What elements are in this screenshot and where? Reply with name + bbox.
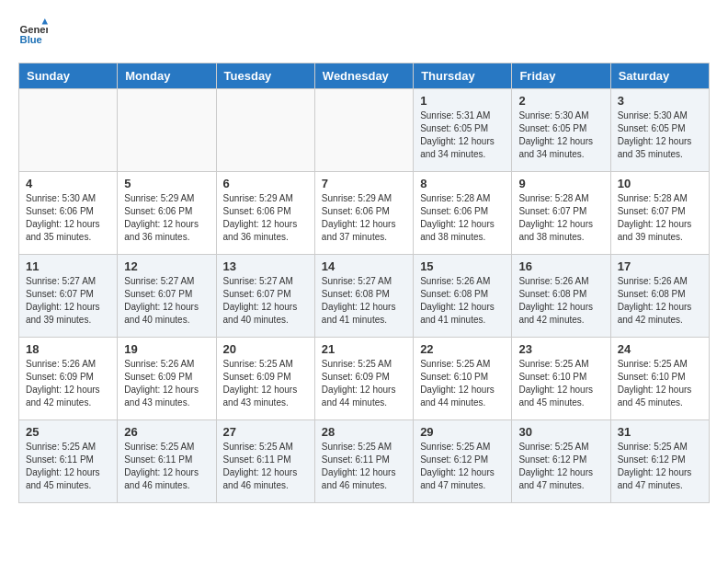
day-number: 25	[26, 425, 110, 439]
calendar-cell: 27Sunrise: 5:25 AM Sunset: 6:11 PM Dayli…	[216, 420, 314, 503]
day-number: 26	[124, 425, 209, 439]
cell-content: Sunrise: 5:25 AM Sunset: 6:10 PM Dayligh…	[420, 358, 505, 409]
day-header-tuesday: Tuesday	[216, 63, 314, 89]
day-number: 13	[223, 259, 308, 273]
cell-content: Sunrise: 5:28 AM Sunset: 6:07 PM Dayligh…	[618, 192, 702, 244]
cell-content: Sunrise: 5:28 AM Sunset: 6:06 PM Dayligh…	[420, 192, 505, 244]
calendar-cell: 25Sunrise: 5:25 AM Sunset: 6:11 PM Dayli…	[19, 420, 118, 503]
day-number: 6	[223, 177, 308, 190]
calendar-cell: 9Sunrise: 5:28 AM Sunset: 6:07 PM Daylig…	[512, 172, 610, 255]
day-number: 21	[322, 342, 406, 356]
day-number: 10	[618, 177, 702, 190]
day-number: 28	[322, 425, 406, 439]
calendar-cell: 13Sunrise: 5:27 AM Sunset: 6:07 PM Dayli…	[216, 255, 314, 338]
cell-content: Sunrise: 5:25 AM Sunset: 6:09 PM Dayligh…	[322, 358, 406, 409]
day-number: 24	[618, 342, 702, 356]
cell-content: Sunrise: 5:26 AM Sunset: 6:08 PM Dayligh…	[618, 275, 702, 327]
calendar-cell: 30Sunrise: 5:25 AM Sunset: 6:12 PM Dayli…	[512, 420, 610, 503]
day-header-saturday: Saturday	[610, 63, 709, 89]
day-number: 3	[618, 94, 702, 108]
day-number: 12	[124, 259, 209, 273]
cell-content: Sunrise: 5:25 AM Sunset: 6:10 PM Dayligh…	[518, 358, 603, 409]
day-number: 17	[618, 259, 702, 273]
week-row-3: 11Sunrise: 5:27 AM Sunset: 6:07 PM Dayli…	[19, 255, 710, 338]
day-number: 20	[223, 342, 308, 356]
svg-marker-2	[42, 18, 48, 24]
day-number: 2	[518, 94, 603, 108]
day-header-friday: Friday	[512, 63, 610, 89]
cell-content: Sunrise: 5:29 AM Sunset: 6:06 PM Dayligh…	[322, 192, 406, 244]
days-header-row: SundayMondayTuesdayWednesdayThursdayFrid…	[19, 63, 710, 89]
calendar-cell	[19, 89, 118, 172]
day-number: 29	[420, 425, 505, 439]
cell-content: Sunrise: 5:28 AM Sunset: 6:07 PM Dayligh…	[518, 192, 603, 244]
calendar-cell: 16Sunrise: 5:26 AM Sunset: 6:08 PM Dayli…	[512, 255, 610, 338]
day-number: 4	[26, 177, 110, 190]
calendar-cell	[216, 89, 314, 172]
day-number: 14	[322, 259, 406, 273]
day-header-sunday: Sunday	[19, 63, 118, 89]
cell-content: Sunrise: 5:27 AM Sunset: 6:07 PM Dayligh…	[26, 275, 110, 327]
svg-text:General: General	[20, 24, 48, 35]
calendar-cell: 26Sunrise: 5:25 AM Sunset: 6:11 PM Dayli…	[118, 420, 216, 503]
day-number: 7	[322, 177, 406, 190]
svg-text:Blue: Blue	[20, 34, 42, 45]
calendar-cell: 12Sunrise: 5:27 AM Sunset: 6:07 PM Dayli…	[118, 255, 216, 338]
cell-content: Sunrise: 5:25 AM Sunset: 6:10 PM Dayligh…	[618, 358, 702, 409]
calendar-cell: 10Sunrise: 5:28 AM Sunset: 6:07 PM Dayli…	[610, 172, 709, 255]
day-number: 15	[420, 259, 505, 273]
day-header-thursday: Thursday	[414, 63, 512, 89]
cell-content: Sunrise: 5:25 AM Sunset: 6:11 PM Dayligh…	[26, 441, 110, 492]
cell-content: Sunrise: 5:26 AM Sunset: 6:09 PM Dayligh…	[124, 358, 209, 409]
week-row-5: 25Sunrise: 5:25 AM Sunset: 6:11 PM Dayli…	[19, 420, 710, 503]
week-row-2: 4Sunrise: 5:30 AM Sunset: 6:06 PM Daylig…	[19, 172, 710, 255]
calendar-cell: 7Sunrise: 5:29 AM Sunset: 6:06 PM Daylig…	[314, 172, 413, 255]
day-number: 27	[223, 425, 308, 439]
calendar-cell: 24Sunrise: 5:25 AM Sunset: 6:10 PM Dayli…	[610, 338, 709, 420]
cell-content: Sunrise: 5:27 AM Sunset: 6:07 PM Dayligh…	[124, 275, 209, 327]
day-number: 19	[124, 342, 209, 356]
cell-content: Sunrise: 5:25 AM Sunset: 6:12 PM Dayligh…	[618, 441, 702, 492]
day-number: 31	[618, 425, 702, 439]
day-number: 23	[518, 342, 603, 356]
day-number: 30	[518, 425, 603, 439]
cell-content: Sunrise: 5:25 AM Sunset: 6:09 PM Dayligh…	[223, 358, 308, 409]
day-number: 18	[26, 342, 110, 356]
calendar-cell: 14Sunrise: 5:27 AM Sunset: 6:08 PM Dayli…	[314, 255, 413, 338]
cell-content: Sunrise: 5:25 AM Sunset: 6:11 PM Dayligh…	[124, 441, 209, 492]
calendar-cell: 18Sunrise: 5:26 AM Sunset: 6:09 PM Dayli…	[19, 338, 118, 420]
day-number: 9	[518, 177, 603, 190]
cell-content: Sunrise: 5:25 AM Sunset: 6:11 PM Dayligh…	[223, 441, 308, 492]
calendar-cell: 23Sunrise: 5:25 AM Sunset: 6:10 PM Dayli…	[512, 338, 610, 420]
cell-content: Sunrise: 5:30 AM Sunset: 6:05 PM Dayligh…	[618, 109, 702, 161]
day-number: 8	[420, 177, 505, 190]
calendar-cell	[314, 89, 413, 172]
cell-content: Sunrise: 5:26 AM Sunset: 6:08 PM Dayligh…	[518, 275, 603, 327]
calendar-cell: 3Sunrise: 5:30 AM Sunset: 6:05 PM Daylig…	[610, 89, 709, 172]
cell-content: Sunrise: 5:26 AM Sunset: 6:09 PM Dayligh…	[26, 358, 110, 409]
cell-content: Sunrise: 5:27 AM Sunset: 6:08 PM Dayligh…	[322, 275, 406, 327]
cell-content: Sunrise: 5:26 AM Sunset: 6:08 PM Dayligh…	[420, 275, 505, 327]
page-header: General Blue	[18, 18, 710, 48]
cell-content: Sunrise: 5:30 AM Sunset: 6:06 PM Dayligh…	[26, 192, 110, 244]
calendar-cell: 19Sunrise: 5:26 AM Sunset: 6:09 PM Dayli…	[118, 338, 216, 420]
cell-content: Sunrise: 5:25 AM Sunset: 6:11 PM Dayligh…	[322, 441, 406, 492]
day-header-monday: Monday	[118, 63, 216, 89]
calendar-cell: 1Sunrise: 5:31 AM Sunset: 6:05 PM Daylig…	[414, 89, 512, 172]
logo: General Blue	[18, 18, 51, 48]
calendar-cell: 2Sunrise: 5:30 AM Sunset: 6:05 PM Daylig…	[512, 89, 610, 172]
calendar-cell: 8Sunrise: 5:28 AM Sunset: 6:06 PM Daylig…	[414, 172, 512, 255]
calendar-cell	[118, 89, 216, 172]
calendar-table: SundayMondayTuesdayWednesdayThursdayFrid…	[18, 63, 710, 503]
calendar-cell: 22Sunrise: 5:25 AM Sunset: 6:10 PM Dayli…	[414, 338, 512, 420]
cell-content: Sunrise: 5:29 AM Sunset: 6:06 PM Dayligh…	[223, 192, 308, 244]
calendar-cell: 28Sunrise: 5:25 AM Sunset: 6:11 PM Dayli…	[314, 420, 413, 503]
day-number: 5	[124, 177, 209, 190]
day-number: 11	[26, 259, 110, 273]
calendar-cell: 11Sunrise: 5:27 AM Sunset: 6:07 PM Dayli…	[19, 255, 118, 338]
week-row-1: 1Sunrise: 5:31 AM Sunset: 6:05 PM Daylig…	[19, 89, 710, 172]
week-row-4: 18Sunrise: 5:26 AM Sunset: 6:09 PM Dayli…	[19, 338, 710, 420]
cell-content: Sunrise: 5:27 AM Sunset: 6:07 PM Dayligh…	[223, 275, 308, 327]
calendar-cell: 15Sunrise: 5:26 AM Sunset: 6:08 PM Dayli…	[414, 255, 512, 338]
cell-content: Sunrise: 5:31 AM Sunset: 6:05 PM Dayligh…	[420, 109, 505, 161]
